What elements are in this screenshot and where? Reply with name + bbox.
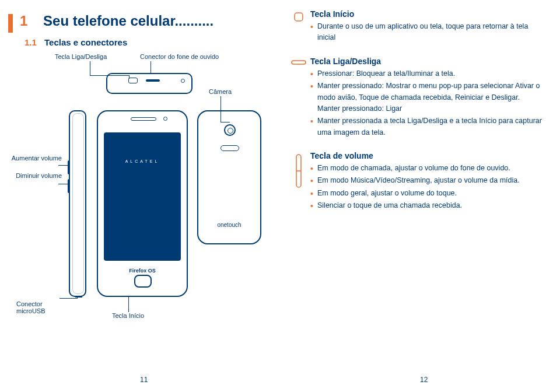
phone-diagram: ALCATEL Firefox OS onetouch Tecla Liga/D… <box>24 53 270 321</box>
callout-power-key: Tecla Liga/Desliga <box>55 53 107 60</box>
svg-rect-1 <box>292 61 306 64</box>
page-number-right: 12 <box>420 376 428 384</box>
phone-top-view <box>106 73 192 94</box>
list-item: Em modo geral, ajustar o volume do toque… <box>310 188 544 199</box>
home-key-title: Tecla Início <box>310 9 544 19</box>
callout-camera: Câmera <box>209 88 232 95</box>
firefox-os-label: Firefox OS <box>98 268 187 274</box>
callout-headset: Conector do fone de ouvido <box>140 53 228 60</box>
section-number: 1.1 <box>24 37 44 47</box>
list-item: Pressionar: Bloquear a tela/Iluminar a t… <box>310 68 544 79</box>
camera-icon <box>224 124 236 136</box>
callout-volume-down: Diminuir volume <box>9 172 62 179</box>
page-number-left: 11 <box>140 376 148 384</box>
chapter-accent-bar <box>8 14 13 33</box>
callout-volume-up: Aumentar volume <box>9 155 62 162</box>
volume-key-icon <box>287 151 310 213</box>
list-item: Durante o uso de um aplicativo ou tela, … <box>310 21 544 44</box>
list-item: Manter pressionada a tecla Liga/Desliga … <box>310 116 544 138</box>
power-key-title: Tecla Liga/Desliga <box>310 57 544 66</box>
section-title: Teclas e conectores <box>44 37 127 47</box>
svg-rect-0 <box>295 13 303 21</box>
chapter-title-text: Seu telefone celular.......... <box>43 13 214 29</box>
phone-front-view: ALCATEL Firefox OS <box>97 110 188 297</box>
phone-back-view: onetouch <box>197 110 261 244</box>
list-item: Silenciar o toque de uma chamada recebid… <box>310 200 544 211</box>
list-item: Em modo de chamada, ajustar o volume do … <box>310 163 544 174</box>
list-item: Em modo Música/Vídeo/Streaming, ajustar … <box>310 175 544 186</box>
callout-microusb: Conector microUSB <box>16 300 63 314</box>
brand-label: ALCATEL <box>104 159 181 163</box>
chapter-title: 1 Seu telefone celular.......... <box>20 13 270 29</box>
onetouch-label: onetouch <box>198 222 260 228</box>
home-key-icon <box>287 9 310 45</box>
list-item: Manter pressionado: Mostrar o menu pop-u… <box>310 80 544 114</box>
volume-key-title: Tecla de volume <box>310 151 544 160</box>
power-key-icon <box>287 57 310 139</box>
home-button-icon <box>134 275 152 288</box>
phone-side-view <box>69 110 86 297</box>
chapter-number: 1 <box>20 13 27 29</box>
callout-home-key: Tecla Início <box>112 312 144 319</box>
